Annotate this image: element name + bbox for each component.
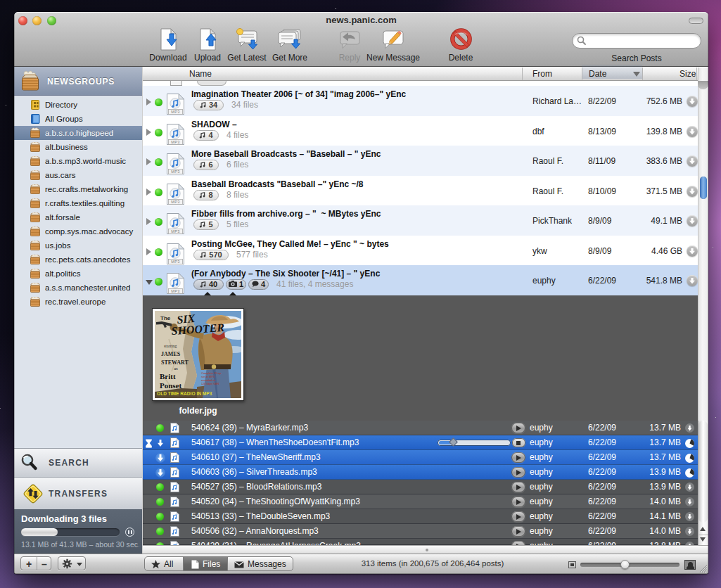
svg-text:OLD TIME RADIO IN MP3: OLD TIME RADIO IN MP3 (157, 391, 212, 396)
svg-text:as: as (174, 366, 178, 371)
svg-text:MP3: MP3 (171, 200, 180, 204)
svg-text:The: The (160, 315, 171, 321)
svg-text:MP3: MP3 (171, 289, 180, 293)
svg-text:MP3: MP3 (171, 260, 180, 264)
svg-text:STEWART: STEWART (161, 359, 189, 366)
svg-text:JAMES: JAMES (161, 351, 181, 357)
svg-text:starring: starring (164, 344, 177, 348)
svg-text:128 kbps VBR: 128 kbps VBR (201, 382, 219, 385)
svg-text:MP3: MP3 (171, 140, 180, 144)
svg-text:MP3: MP3 (171, 170, 180, 174)
svg-text:Britt: Britt (160, 372, 176, 381)
svg-text:MP3: MP3 (171, 110, 180, 114)
svg-text:MP3: MP3 (171, 229, 180, 234)
svg-text:Ponset: Ponset (160, 381, 182, 390)
